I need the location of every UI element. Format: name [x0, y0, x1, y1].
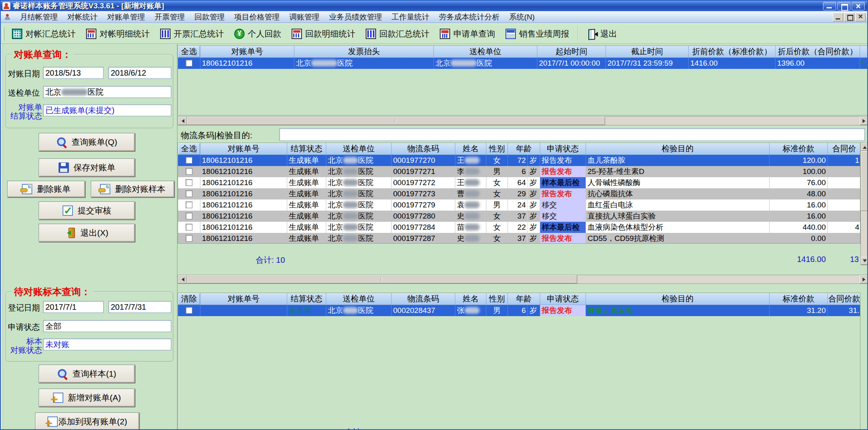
- col-invoice-title[interactable]: 发票抬头: [294, 46, 434, 58]
- col-unit[interactable]: 送检单位: [326, 143, 392, 155]
- col-purpose[interactable]: 检验目的: [586, 143, 770, 155]
- row-checkbox[interactable]: [186, 157, 192, 164]
- bill-date-from-input[interactable]: 2018/5/13: [43, 67, 104, 79]
- col-unit[interactable]: 送检单位: [434, 46, 537, 58]
- col-settle-status[interactable]: 结算状态: [287, 143, 326, 155]
- scroll-thumb[interactable]: [187, 117, 605, 125]
- col-settle-status[interactable]: 结算状态: [287, 293, 326, 305]
- exit-x-button[interactable]: 退出(X): [39, 224, 135, 242]
- row-checkbox[interactable]: [186, 168, 192, 175]
- col-contract-price[interactable]: 合同价款: [828, 293, 860, 305]
- maximize-button[interactable]: [837, 2, 850, 10]
- sample-row[interactable]: 180612101216 生成账单 北京医院 0001977279 袁 男 24…: [178, 199, 860, 211]
- sample-row[interactable]: 180612101216 生成账单 北京医院 0001977287 史 女 37…: [178, 233, 860, 244]
- scroll-right-arrow[interactable]: [860, 275, 868, 283]
- sample-row[interactable]: 180612101216 生成账单 北京医院 0001977284 苗 女 22…: [178, 222, 860, 233]
- bill-table-row[interactable]: 180612101216 北京医院 北京医院 2017/7/1 00:00:00…: [178, 58, 868, 69]
- menu-recon-stat[interactable]: 对帐统计: [63, 11, 102, 23]
- mdi-minimize-button[interactable]: [833, 13, 843, 22]
- menu-salesman-kpi[interactable]: 业务员绩效管理: [324, 11, 387, 23]
- col-gender[interactable]: 性别: [486, 143, 508, 155]
- toolbar-sales-weekly[interactable]: 销售业绩周报: [500, 26, 574, 42]
- col-bill-no[interactable]: 对账单号: [200, 46, 294, 58]
- reg-date-to-input[interactable]: 2017/7/31: [108, 301, 171, 313]
- scroll-right-arrow[interactable]: [860, 117, 868, 125]
- toolbar-exit[interactable]: 退出: [582, 26, 622, 42]
- bill-table-hscrollbar[interactable]: [178, 116, 868, 125]
- menu-system[interactable]: 系统(N): [504, 11, 539, 23]
- col-apply-status[interactable]: 申请状态: [540, 293, 586, 305]
- select-all-header[interactable]: 全选: [178, 46, 200, 58]
- close-button[interactable]: [852, 2, 865, 10]
- scroll-down-arrow[interactable]: [861, 257, 868, 265]
- col-age[interactable]: 年龄: [508, 293, 540, 305]
- toolbar-grip[interactable]: [3, 27, 4, 41]
- add-new-bill-button[interactable]: 新增对账单(A): [39, 389, 135, 407]
- col-barcode[interactable]: 物流条码: [392, 143, 455, 155]
- delete-sample-button[interactable]: 删除对账样本: [91, 181, 174, 197]
- apply-status-input[interactable]: 全部: [43, 320, 171, 332]
- col-bill-no[interactable]: 对账单号: [200, 143, 287, 155]
- bill-date-to-input[interactable]: 2018/6/12: [108, 67, 171, 79]
- col-gender[interactable]: 性别: [486, 293, 508, 305]
- row-checkbox[interactable]: [186, 235, 192, 242]
- menu-workload-stat[interactable]: 工作量统计: [387, 11, 434, 23]
- bill-status-input[interactable]: 已生成账单(未提交): [43, 104, 171, 116]
- mdi-close-button[interactable]: [855, 13, 866, 22]
- toolbar-personal-payment[interactable]: 个人回款: [229, 26, 286, 42]
- sample-row[interactable]: 180612101216 生成账单 北京医院 0001977280 史 女 37…: [178, 211, 860, 222]
- delete-bill-button[interactable]: 删除账单: [7, 181, 85, 197]
- col-bill-no[interactable]: 对账单号: [200, 293, 287, 305]
- menu-payment-mgmt[interactable]: 回款管理: [190, 11, 229, 23]
- menu-bill-mgmt[interactable]: 对账单管理: [102, 11, 150, 23]
- scroll-up-arrow[interactable]: [861, 143, 868, 151]
- sample-row[interactable]: 180612101216 生成账单 北京医院 0001977273 曹 女 29…: [178, 188, 860, 199]
- select-all-header[interactable]: 全选: [178, 143, 200, 155]
- col-purpose[interactable]: 检验目的: [586, 293, 770, 305]
- menu-labor-cost[interactable]: 劳务成本统计分析: [434, 11, 504, 23]
- sample-row[interactable]: 180612101216 生成账单 北京医院 0001977270 王 女 72…: [178, 155, 860, 166]
- toolbar-apply-query[interactable]: 申请单查询: [435, 26, 500, 42]
- row-checkbox[interactable]: [186, 224, 192, 231]
- toolbar-recon-summary[interactable]: 对帐汇总统计: [7, 26, 81, 42]
- col-age[interactable]: 年龄: [508, 143, 540, 155]
- toolbar-recon-detail[interactable]: 对帐明细统计: [81, 26, 155, 42]
- add-to-existing-button[interactable]: 添加到现有账单(2): [35, 412, 139, 430]
- menu-adjust-mgmt[interactable]: 调账管理: [284, 11, 324, 23]
- scroll-left-arrow[interactable]: [178, 117, 187, 125]
- clear-header[interactable]: 清除: [178, 293, 200, 305]
- sample-table-hscrollbar[interactable]: [178, 275, 868, 284]
- col-name[interactable]: 姓名: [455, 143, 486, 155]
- row-checkbox[interactable]: [186, 213, 192, 219]
- col-apply-status[interactable]: 申请状态: [540, 143, 586, 155]
- bill-unit-input[interactable]: 北京医院: [43, 86, 171, 98]
- toolbar-invoice-summary[interactable]: 开票汇总统计: [155, 26, 229, 42]
- sample-table-vscrollbar[interactable]: [860, 143, 868, 265]
- col-std-price[interactable]: 标准价款: [770, 293, 828, 305]
- menu-month-close[interactable]: 月结帐管理: [15, 11, 63, 23]
- toolbar-payment-summary[interactable]: 回款汇总统计: [361, 26, 435, 42]
- sample-recon-status-input[interactable]: 未对账: [43, 338, 171, 350]
- col-end-time[interactable]: 截止时间: [606, 46, 689, 58]
- save-bill-button[interactable]: 保存对账单: [39, 158, 135, 177]
- minimize-button[interactable]: [823, 2, 836, 10]
- query-sample-button[interactable]: 查询样本(1): [39, 365, 135, 383]
- col-barcode[interactable]: 物流条码: [392, 293, 455, 305]
- col-name[interactable]: 姓名: [455, 293, 486, 305]
- col-unit[interactable]: 送检单位: [326, 293, 392, 305]
- sample-row[interactable]: 180612101216 生成账单 北京医院 0001977271 李 男 6 …: [178, 166, 860, 177]
- row-checkbox[interactable]: [186, 201, 192, 208]
- row-checkbox[interactable]: [186, 179, 192, 186]
- col-pre-discount[interactable]: 折前价款（标准价款）: [689, 46, 776, 58]
- mdi-restore-button[interactable]: [844, 13, 854, 22]
- reg-date-from-input[interactable]: 2017/7/1: [43, 301, 104, 313]
- menu-invoice-mgmt[interactable]: 开票管理: [150, 11, 190, 23]
- col-start-time[interactable]: 起始时间: [537, 46, 606, 58]
- menu-price-mgmt[interactable]: 项目价格管理: [229, 11, 284, 23]
- scroll-left-arrow[interactable]: [178, 275, 187, 283]
- col-std-price[interactable]: 标准价款: [770, 143, 828, 155]
- pending-row[interactable]: 未开票 北京医院 0002028437 张 男 6 岁 报告发布 微量元素五项 …: [178, 305, 860, 316]
- col-contract-price[interactable]: 合同价: [828, 143, 860, 155]
- query-bill-button[interactable]: 查询账单(Q): [39, 133, 135, 151]
- sample-row[interactable]: 180612101216 生成账单 北京医院 0001977272 王 女 64…: [178, 177, 860, 188]
